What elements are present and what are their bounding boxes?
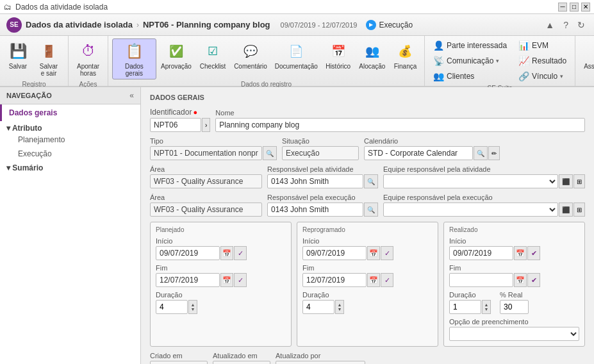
comentario-button[interactable]: 💬 Comentário xyxy=(231,38,270,72)
parte-interessada-button[interactable]: 👤 Parte interessada xyxy=(429,38,511,53)
realizado-fim-row: Fim 📅 ✔ xyxy=(449,264,579,287)
alocacao-label: Alocação xyxy=(359,63,385,70)
planejado-inicio-cal-btn[interactable]: 📅 xyxy=(220,246,233,260)
sidebar-group-sumario[interactable]: ▾ Sumário xyxy=(0,161,140,172)
vinculo-button[interactable]: 🔗 Vínculo ▾ xyxy=(514,69,571,83)
form-group-identificador: Identificador ● › xyxy=(150,108,210,132)
identificador-arrow-btn[interactable]: › xyxy=(202,118,210,132)
resp-atividade-input[interactable] xyxy=(267,174,363,188)
realizado-fim-check-btn[interactable]: ✔ xyxy=(527,273,540,287)
reprogramado-fim-check-btn[interactable]: ✓ xyxy=(381,273,393,287)
equipe-execucao-btn2[interactable]: ⊞ xyxy=(573,203,585,217)
planejado-fim-check-btn[interactable]: ✓ xyxy=(234,273,247,287)
planejado-fim-input[interactable] xyxy=(156,273,220,287)
realizado-spin-btn[interactable]: ▲ ▼ xyxy=(482,300,491,314)
area1-input[interactable] xyxy=(150,174,262,188)
sidebar-item-dados-gerais[interactable]: Dados gerais xyxy=(0,104,140,121)
realizado-fim-input[interactable] xyxy=(449,273,513,287)
opcao-select[interactable] xyxy=(449,327,579,341)
ribbon-section-acoes: ⏱ Apontar horas Ações xyxy=(69,36,108,86)
percent-real-input[interactable] xyxy=(500,300,529,314)
reprogramado-fim-cal-btn[interactable]: 📅 xyxy=(367,273,380,287)
reprogramado-inicio-input[interactable] xyxy=(302,246,367,260)
planejado-spin-btn[interactable]: ▲ ▼ xyxy=(188,300,197,314)
resp-execucao-search-btn[interactable]: 🔍 xyxy=(364,203,378,217)
parte-interessada-label: Parte interessada xyxy=(447,41,507,50)
atualizado-em-input[interactable] xyxy=(213,361,270,364)
collapse-icon[interactable]: ▲ xyxy=(543,19,557,31)
evm-button[interactable]: 📊 EVM xyxy=(514,38,571,53)
resp-atividade-search-btn[interactable]: 🔍 xyxy=(364,174,378,188)
historico-button[interactable]: 📅 Histórico xyxy=(322,38,354,72)
equipe-execucao-select[interactable] xyxy=(383,203,558,217)
planejado-duracao-input[interactable] xyxy=(156,300,188,314)
minimize-btn[interactable]: ─ xyxy=(558,3,567,12)
associacoes-button[interactable]: 🔗 Associações xyxy=(579,38,594,72)
documentacao-button[interactable]: 📄 Documentação xyxy=(272,38,321,72)
resp-execucao-input[interactable] xyxy=(267,203,363,217)
sidebar-group-atributo[interactable]: ▾ Atributo xyxy=(0,121,140,133)
tipo-input[interactable] xyxy=(150,146,262,160)
close-btn[interactable]: ✕ xyxy=(581,3,590,12)
fieldset-reprogramado: Reprogramado Início 📅 ✓ Fim xyxy=(297,222,438,347)
realizado-inicio-cal-btn[interactable]: 📅 xyxy=(514,246,527,260)
aprovacao-button[interactable]: ✅ Aprovação xyxy=(158,38,195,72)
alocacao-button[interactable]: 👥 Alocação xyxy=(356,38,389,72)
planejado-fim-cal-btn[interactable]: 📅 xyxy=(220,273,233,287)
planejado-inicio-input[interactable] xyxy=(156,246,220,260)
criado-em-input[interactable] xyxy=(150,361,208,364)
realizado-inicio-input[interactable] xyxy=(449,246,513,260)
comunicacao-button[interactable]: 📡 Comunicação ▾ xyxy=(429,54,511,68)
tipo-label: Tipo xyxy=(150,137,277,145)
form-group-situacao: Situação xyxy=(282,137,359,160)
calendario-edit-btn[interactable]: ✏ xyxy=(488,146,500,160)
ribbon-section-registro: 💾 Salvar 🚪 Salvar e sair Registro xyxy=(0,36,69,86)
realizado-inicio-check-btn[interactable]: ✔ xyxy=(527,246,540,260)
planejado-inicio-check-btn[interactable]: ✓ xyxy=(234,246,247,260)
sidebar-item-execucao[interactable]: Execução xyxy=(0,147,140,161)
save-button[interactable]: 💾 Salvar xyxy=(4,38,32,72)
reprogramado-fim-input[interactable] xyxy=(302,273,367,287)
realizado-fim-label: Fim xyxy=(449,264,540,272)
reprogramado-inicio-check-btn[interactable]: ✓ xyxy=(381,246,393,260)
atualizado-por-input[interactable] xyxy=(276,361,365,364)
reprogramado-duracao-input[interactable] xyxy=(302,300,334,314)
calendario-input[interactable] xyxy=(364,146,473,160)
calendario-search-btn[interactable]: 🔍 xyxy=(474,146,488,160)
nome-input[interactable] xyxy=(215,118,585,132)
ribbon-section-se: 👤 Parte interessada 📡 Comunicação ▾ 👥 Cl… xyxy=(425,36,575,86)
sidebar-collapse-button[interactable]: « xyxy=(129,91,134,100)
financa-button[interactable]: 💰 Finança xyxy=(390,38,420,72)
save-exit-button[interactable]: 🚪 Salvar e sair xyxy=(33,38,64,79)
required-mark: ● xyxy=(193,108,197,116)
sidebar-sumario-label: Sumário xyxy=(12,163,43,172)
reprogramado-inicio-cal-btn[interactable]: 📅 xyxy=(367,246,380,260)
equipe-execucao-btn1[interactable]: ⬛ xyxy=(559,203,573,217)
reprogramado-spin-btn[interactable]: ▲ ▼ xyxy=(335,300,344,314)
equipe-atividade-btn2[interactable]: ⊞ xyxy=(573,174,585,188)
clientes-button[interactable]: 👥 Clientes xyxy=(429,69,511,83)
reprogramado-fim-row: Fim 📅 ✓ xyxy=(302,264,433,287)
checklist-button[interactable]: ☑ Checklist xyxy=(196,38,229,72)
apontar-horas-button[interactable]: ⏱ Apontar horas xyxy=(72,38,104,79)
tipo-search-btn[interactable]: 🔍 xyxy=(263,146,277,160)
planejado-inicio-label: Início xyxy=(156,237,247,245)
equipe-atividade-select[interactable] xyxy=(383,174,558,188)
situacao-input[interactable] xyxy=(282,146,359,160)
form-group-atualizado-por: Atualizado por xyxy=(276,352,365,364)
financa-icon: 💰 xyxy=(395,41,415,62)
maximize-btn[interactable]: □ xyxy=(570,3,579,12)
area2-input[interactable] xyxy=(150,203,262,217)
identificador-input[interactable] xyxy=(150,118,201,132)
help-icon[interactable]: ? xyxy=(561,19,571,31)
form-row-tipo-sit-cal: Tipo 🔍 Situação Calendário 🔍 ✏ xyxy=(150,137,585,160)
realizado-fim-cal-btn[interactable]: 📅 xyxy=(514,273,527,287)
sidebar-item-planejamento[interactable]: Planejamento xyxy=(0,133,140,147)
planejado-fim-label: Fim xyxy=(156,264,247,272)
resultado-button[interactable]: 📈 Resultado xyxy=(514,54,571,68)
realizado-duracao-input[interactable] xyxy=(449,300,481,314)
refresh-icon[interactable]: ↻ xyxy=(575,19,588,31)
dados-gerais-button[interactable]: 📋 Dados gerais xyxy=(112,38,156,79)
equipe-atividade-btn1[interactable]: ⬛ xyxy=(559,174,573,188)
associacoes-icon: 🔗 xyxy=(591,41,594,62)
